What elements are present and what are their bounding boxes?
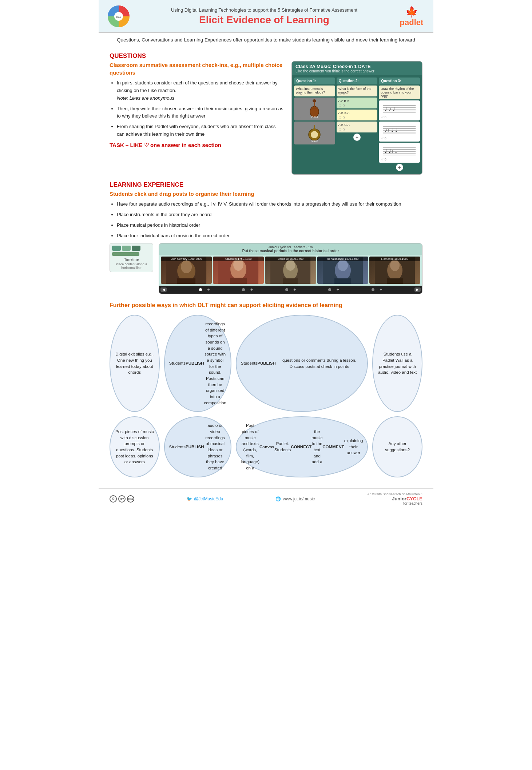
padlet-violin-card: Violin ♡ 0 (294, 98, 335, 120)
timeline-sublabel: Place content along a horizontal line (112, 262, 151, 270)
padlet-mock-header: Class 2A Music: Check-in 1 DATE Like the… (292, 61, 422, 75)
ctrl-dot-1[interactable] (199, 288, 202, 291)
oval-8: Any other suggestions? (372, 416, 422, 477)
twitter-text: @JctMusicEdu (194, 496, 223, 501)
ctrl-dot-5[interactable] (372, 288, 374, 291)
period-renaissance: Renaissance 1400-1600 (317, 257, 368, 284)
junior-cycle-logo: An tSraith Shóisearach do Mhúinteoirí Ju… (367, 492, 422, 505)
timeline-layout: Timeline Place content along a horizonta… (110, 243, 422, 294)
header-title: Elicit Evidence of Learning (137, 14, 392, 26)
timeline-instruction: Put these musical periods in the correct… (163, 249, 418, 253)
learning-bullet-3: Place musical periods in historical orde… (117, 222, 422, 229)
ctrl-next-btn[interactable]: ▶ (414, 287, 421, 292)
heart-icon-q3: ♡ 0 (381, 95, 387, 99)
notation-card-1: ♩ ♪ ♩ ♡ 0 (379, 100, 420, 120)
oval-6: Students PUBLISH audio or video recordin… (164, 416, 231, 477)
ovals-grid: Digital exit slips e.g., One new thing y… (110, 315, 422, 477)
cycle-text: CYCLE (406, 496, 422, 501)
thumb-box-1 (112, 246, 121, 251)
main-content: QUESTIONS Classroom summative assessment… (99, 52, 433, 484)
ctrl-line-1 (168, 290, 198, 290)
ctrl-plus-2: + (207, 287, 210, 292)
learning-experience-section: LEARNING EXPERIENCE Students click and d… (110, 181, 422, 294)
svg-text:♪♪ ♩ ♩: ♪♪ ♩ ♩ (385, 127, 398, 133)
padlet-col-header-2: Question 2: (337, 78, 378, 84)
period-20th: 20th Century 1900-2000 (161, 257, 212, 284)
ctrl-plus-1: – (203, 287, 206, 292)
period-label-renaissance: Renaissance 1400-1600 (317, 257, 368, 261)
padlet-leaf-icon: 🍁 (397, 6, 426, 18)
padlet-card-abca: A B C A♡ 0 (337, 122, 378, 132)
bullet-1: In pairs, students consider each of the … (117, 79, 284, 102)
timeline-mock-header: Junior Cycle for Teachers · 1m Put these… (159, 243, 422, 255)
svg-rect-4 (314, 101, 315, 112)
ctrl-line-5 (341, 290, 370, 290)
questions-bullets: In pairs, students consider each of the … (110, 79, 284, 138)
svg-text:Banjo: Banjo (311, 139, 318, 143)
learning-bullet-4: Place four individual bars of music in t… (117, 232, 422, 240)
header-center: Using Digital Learning Technologies to s… (137, 7, 392, 26)
svg-point-5 (313, 99, 316, 102)
padlet-add-btn-3[interactable]: + (396, 164, 403, 171)
questions-section-title: QUESTIONS (110, 52, 422, 60)
for-teachers-text: for teachers (367, 501, 422, 505)
svg-rect-45 (334, 278, 351, 284)
further-title: Further possible ways in which DLT might… (110, 301, 422, 309)
heart-abba: ♡ 0 (338, 116, 345, 120)
oval-1: Digital exit slips e.g., One new thing y… (110, 315, 160, 412)
padlet-logo-text: padlet (397, 18, 426, 27)
timeline-thumb: Timeline Place content along a horizonta… (110, 243, 153, 272)
website-link: 🌐 www.jct.ie/music (275, 496, 315, 501)
padlet-columns: Question 1: What instrument is playing t… (292, 75, 422, 174)
ctrl-dot-4[interactable] (328, 288, 331, 291)
ctrl-prev-btn[interactable]: ◀ (160, 287, 167, 292)
svg-point-40 (286, 260, 295, 271)
questions-subtitle: Classroom summative assessment check-ins… (110, 61, 284, 76)
svg-rect-41 (283, 278, 298, 284)
padlet-card-q2-text: What is the form of the music? ♡ 0 (337, 86, 378, 96)
padlet-col-3: Question 3: Draw the rhythm of the openi… (379, 78, 420, 172)
svg-point-10 (311, 131, 318, 138)
svg-text:Elicit: Elicit (116, 16, 121, 18)
padlet-card-q3-text: Draw the rhythm of the opening bar into … (379, 86, 420, 99)
twitter-handle: 🐦 @JctMusicEdu (187, 496, 223, 501)
oval-7: Post pieces of music and texts (words, f… (236, 416, 368, 477)
ctrl-plus-5: – (290, 287, 292, 292)
timeline-periods-row: 20th Century 1900-2000 Classical 1750-18… (159, 255, 422, 286)
questions-layout: Classroom summative assessment check-ins… (110, 61, 422, 175)
padlet-col-header-1: Question 1: (294, 78, 335, 84)
learning-bullets: Have four separate audio recordings of e… (110, 201, 422, 239)
svg-text:Violin: Violin (311, 115, 318, 119)
ctrl-plus-3: – (246, 287, 249, 292)
learning-section-subtitle: Students click and drag posts to organis… (110, 190, 422, 198)
period-label-romantic: Romantic 1830-1900 (369, 257, 420, 261)
period-baroque: Baroque 1600-1750 (265, 257, 316, 284)
padlet-mock-ui: Class 2A Music: Check-in 1 DATE Like the… (291, 61, 422, 175)
heart-icon-violin: ♡ 0 (296, 116, 302, 120)
junior-text: Junior (392, 496, 406, 501)
junior-cycle-name: JuniorCYCLE (367, 496, 422, 501)
ctrl-line-4 (297, 290, 327, 290)
thumb-box-wide (112, 252, 139, 256)
ctrl-dot-3[interactable] (285, 288, 288, 291)
ctrl-plus-8: + (337, 287, 339, 292)
svg-point-32 (181, 260, 192, 273)
period-classical: Classical 1750-1830 (213, 257, 264, 284)
padlet-card-abba: A B B A♡ 0 (337, 110, 378, 120)
heart-abca: ♡ 0 (338, 128, 345, 132)
oval-2: Students PUBLISH recordings of different… (164, 315, 231, 412)
timeline-thumb-row-2 (112, 252, 151, 256)
learning-bullet-2: Place instruments in the order they are … (117, 211, 422, 219)
heart-icon-1: ♡ 0 (296, 92, 302, 96)
ctrl-plus-4: + (250, 287, 253, 292)
ctrl-plus-6: + (293, 287, 296, 292)
ctrl-plus-9: – (376, 287, 378, 292)
heart-icon-q2: ♡ 0 (338, 92, 345, 96)
cc-nc-icon: NC (127, 495, 134, 503)
padlet-logo: 🍁 padlet (397, 6, 426, 27)
page-header: Elicit Using Digital Learning Technologi… (99, 0, 433, 33)
timeline-controls: ◀ – + – + – + – + (159, 286, 422, 294)
padlet-add-btn-2[interactable]: + (353, 134, 361, 141)
ctrl-dot-2[interactable] (242, 288, 245, 291)
ctrl-plus-7: – (333, 287, 335, 292)
